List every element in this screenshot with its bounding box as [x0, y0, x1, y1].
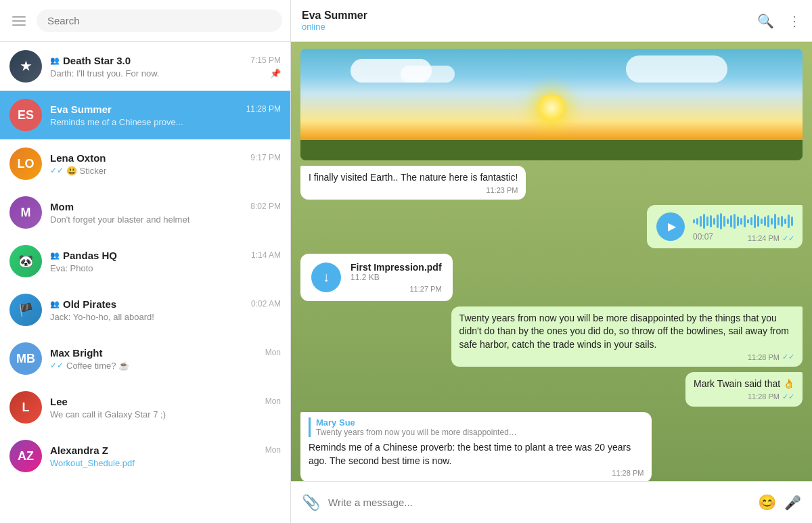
preview-text: Coffee time? ☕ — [66, 361, 129, 371]
avatar-mom: M — [9, 196, 42, 229]
emoji-icon[interactable]: 😊 — [758, 494, 776, 511]
chat-list-item-max-bright[interactable]: MB Max BrightMon✓✓ Coffee time? ☕ — [0, 334, 290, 383]
search-input[interactable] — [37, 9, 282, 32]
voice-checks: ✓✓ — [782, 234, 794, 243]
file-name: First Impression.pdf — [351, 262, 442, 273]
quote-text: Twenty years from now you will be more d… — [316, 428, 519, 437]
chat-preview-max-bright: ✓✓ Coffee time? ☕ — [50, 361, 281, 371]
bar — [693, 219, 695, 223]
chat-name-alexandra: Alexandra Z — [50, 445, 108, 456]
chat-name-old-pirates: 👥 Old Pirates — [50, 298, 116, 310]
search-icon[interactable]: 🔍 — [757, 13, 774, 29]
message-meta: 11:28 PM — [309, 469, 644, 477]
file-info: First Impression.pdf 11.2 KB 11:27 PM — [351, 262, 442, 293]
chat-list-item-death-star[interactable]: ★👥 Death Star 3.07:15 PMDarth: I'll trus… — [0, 42, 290, 91]
chat-name-mom: Mom — [50, 201, 74, 212]
bar — [781, 216, 783, 227]
preview-text: 😃 Sticker — [66, 166, 106, 176]
bar — [767, 215, 769, 227]
chat-time-alexandra: Mon — [265, 445, 281, 455]
read-checks: ✓✓ — [50, 361, 64, 370]
avatar-death-star: ★ — [9, 50, 42, 83]
bar — [706, 217, 708, 226]
preview-text: Don't forget your blaster and helmet — [50, 214, 189, 225]
bar — [744, 215, 746, 227]
chat-list-item-lee[interactable]: L LeeMonWe can call it Galaxy Star 7 ;) — [0, 383, 290, 432]
preview-text: Reminds me of a Chinese prove... — [50, 117, 183, 127]
preview-text: We can call it Galaxy Star 7 ;) — [50, 409, 166, 419]
bar — [717, 214, 719, 228]
chat-list-item-old-pirates[interactable]: 🏴👥 Old Pirates0:02 AMJack: Yo-ho-ho, all… — [0, 286, 290, 334]
chat-header-info: Eva Summer online — [302, 9, 367, 32]
chat-list-item-alexandra[interactable]: AZ Alexandra ZMonWorkout_Shedule.pdf — [0, 432, 290, 480]
chat-time-death-star: 7:15 PM — [250, 55, 281, 65]
chat-preview-eva-summer: Reminds me of a Chinese prove... — [50, 117, 281, 127]
message-text: Twenty years from now you will be more d… — [459, 312, 794, 352]
message-time: 11:23 PM — [486, 186, 518, 194]
chat-preview-lee: We can call it Galaxy Star 7 ;) — [50, 409, 281, 419]
bar — [734, 214, 736, 229]
chat-info-lee: LeeMonWe can call it Galaxy Star 7 ;) — [50, 396, 281, 419]
message-input[interactable] — [328, 497, 750, 508]
avatar-max-bright: MB — [9, 342, 42, 375]
chat-info-max-bright: Max BrightMon✓✓ Coffee time? ☕ — [50, 347, 281, 371]
chat-name-lena-oxton: Lena Oxton — [50, 152, 106, 164]
chat-info-lena-oxton: Lena Oxton9:17 PM✓✓ 😃 Sticker — [50, 152, 281, 176]
contact-name: Eva Summer — [302, 9, 367, 22]
download-button[interactable] — [311, 263, 341, 292]
chat-list-item-pandas-hq[interactable]: 🐼👥 Pandas HQ1:14 AMEva: Photo — [0, 237, 290, 286]
preview-text: Jack: Yo-ho-ho, all aboard! — [50, 312, 154, 322]
chat-panel: Eva Summer online 🔍 ⋮ — [291, 0, 812, 523]
attach-icon[interactable]: 📎 — [302, 494, 320, 511]
chat-preview-alexandra: Workout_Shedule.pdf — [50, 458, 281, 468]
file-message: First Impression.pdf 11.2 KB 11:27 PM — [300, 254, 453, 301]
avatar-old-pirates: 🏴 — [9, 294, 42, 326]
group-icon: 👥 — [50, 251, 60, 260]
chat-input-area: 📎 😊 🎤 — [291, 481, 812, 523]
avatar-alexandra: AZ — [9, 440, 42, 472]
avatar-lee: L — [9, 391, 42, 424]
bar — [730, 215, 732, 227]
bar — [788, 214, 790, 228]
avatar-lena-oxton: LO — [9, 147, 42, 180]
message-row: Mary Sue Twenty years from now you will … — [300, 412, 803, 481]
bar — [761, 219, 763, 224]
bar — [764, 217, 766, 226]
chat-time-mom: 8:02 PM — [250, 202, 281, 211]
bar — [777, 217, 780, 225]
message-time: 11:28 PM — [612, 469, 644, 477]
bar — [791, 217, 793, 226]
message-text: I finally visited Earth.. The nature her… — [309, 171, 518, 185]
play-button[interactable] — [656, 212, 685, 241]
voice-message: 00:07 11:24 PM ✓✓ — [647, 205, 803, 248]
menu-icon[interactable] — [8, 12, 30, 30]
message-bubble: Twenty years from now you will be more d… — [451, 306, 803, 367]
bar — [737, 217, 739, 226]
chat-info-alexandra: Alexandra ZMonWorkout_Shedule.pdf — [50, 445, 281, 468]
avatar-eva-summer: ES — [9, 99, 42, 131]
mic-icon[interactable]: 🎤 — [784, 495, 801, 511]
chat-time-eva-summer: 11:28 PM — [246, 104, 281, 114]
chat-list-item-eva-summer[interactable]: ES Eva Summer11:28 PMReminds me of a Chi… — [0, 91, 290, 139]
chat-header-actions: 🔍 ⋮ — [757, 13, 801, 29]
chat-list-item-mom[interactable]: M Mom8:02 PMDon't forget your blaster an… — [0, 188, 290, 237]
bar — [740, 218, 742, 225]
message-time: 11:28 PM — [748, 353, 780, 361]
message-meta: 11:28 PM ✓✓ — [459, 353, 794, 361]
quote-bar: Mary Sue Twenty years from now you will … — [309, 417, 644, 437]
message-row: 00:07 11:24 PM ✓✓ — [300, 205, 803, 248]
bar — [720, 213, 722, 229]
chat-preview-death-star: Darth: I'll trust you. For now.📌 — [50, 68, 281, 78]
preview-text: Eva: Photo — [50, 263, 93, 273]
pin-icon: 📌 — [270, 68, 281, 78]
bar — [771, 218, 773, 225]
read-checks: ✓✓ — [50, 166, 64, 175]
message-checks: ✓✓ — [782, 353, 794, 361]
chat-list-item-lena-oxton[interactable]: LO Lena Oxton9:17 PM✓✓ 😃 Sticker — [0, 139, 290, 188]
contact-status: online — [302, 22, 367, 32]
bar — [703, 214, 705, 229]
more-options-icon[interactable]: ⋮ — [788, 13, 801, 29]
message-text: Reminds me of a Chinese proverb: the bes… — [309, 441, 644, 468]
message-row: I finally visited Earth.. The nature her… — [300, 166, 803, 200]
voice-timestamp: 11:24 PM — [748, 234, 780, 242]
